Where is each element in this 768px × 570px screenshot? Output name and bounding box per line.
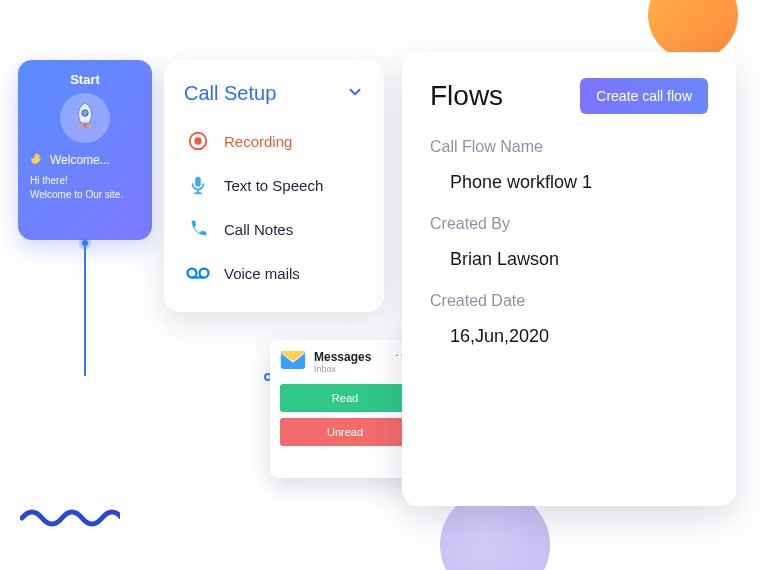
messages-card: Messages Inbox ··· Read Unread [270, 340, 420, 478]
field-value: Brian Lawson [430, 249, 708, 270]
field-created-by: Created By Brian Lawson [430, 215, 708, 270]
microphone-icon [186, 173, 210, 197]
setup-item-call-notes[interactable]: Call Notes [184, 207, 364, 251]
svg-point-4 [188, 269, 197, 278]
setup-item-label: Call Notes [224, 221, 293, 238]
svg-point-2 [194, 137, 201, 144]
connector-line-horizontal [84, 376, 264, 378]
start-node-card[interactable]: Start Welcome... Hi there! Welcome to Ou… [18, 60, 152, 240]
field-value: Phone workflow 1 [430, 172, 708, 193]
rocket-icon [60, 93, 110, 143]
setup-item-label: Recording [224, 133, 292, 150]
field-label: Call Flow Name [430, 138, 708, 156]
wave-icon [30, 151, 44, 168]
flows-panel: Flows Create call flow Call Flow Name Ph… [402, 52, 736, 506]
unread-button[interactable]: Unread [280, 418, 410, 446]
start-line2: Welcome to Our site. [30, 188, 140, 202]
field-label: Created Date [430, 292, 708, 310]
svg-rect-3 [195, 177, 201, 187]
setup-item-label: Voice mails [224, 265, 300, 282]
setup-item-tts[interactable]: Text to Speech [184, 163, 364, 207]
field-call-flow-name: Call Flow Name Phone workflow 1 [430, 138, 708, 193]
read-button[interactable]: Read [280, 384, 410, 412]
setup-item-recording[interactable]: Recording [184, 119, 364, 163]
setup-item-voicemail[interactable]: Voice mails [184, 251, 364, 295]
call-setup-card: Call Setup Recording Text to Speech Call… [164, 60, 384, 312]
decorative-wave [20, 504, 120, 530]
create-call-flow-button[interactable]: Create call flow [580, 78, 708, 114]
record-icon [186, 129, 210, 153]
messages-subtitle: Inbox [314, 364, 371, 374]
messages-title: Messages [314, 350, 371, 364]
mail-icon [280, 350, 306, 374]
start-title: Start [30, 72, 140, 87]
chevron-down-icon [346, 83, 364, 105]
decorative-circle-orange [648, 0, 738, 60]
call-setup-title: Call Setup [184, 82, 276, 105]
voicemail-icon [186, 261, 210, 285]
phone-icon [186, 217, 210, 241]
welcome-label: Welcome... [50, 153, 110, 167]
connector-line-vertical [84, 246, 86, 376]
field-created-date: Created Date 16,Jun,2020 [430, 292, 708, 347]
call-setup-header[interactable]: Call Setup [184, 82, 364, 105]
svg-point-0 [82, 110, 88, 116]
flows-title: Flows [430, 80, 503, 112]
start-line1: Hi there! [30, 174, 140, 188]
setup-item-label: Text to Speech [224, 177, 323, 194]
field-label: Created By [430, 215, 708, 233]
svg-point-5 [200, 269, 209, 278]
field-value: 16,Jun,2020 [430, 326, 708, 347]
